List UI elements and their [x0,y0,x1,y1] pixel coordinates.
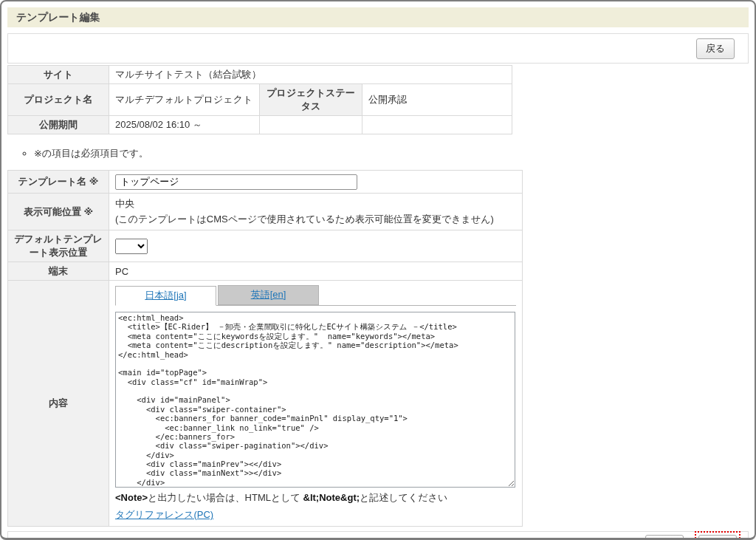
template-name-cell [109,171,523,194]
content-cell: 日本語[ja] 英語[en] <ec:html_head> <title>【EC… [109,281,523,527]
content-label: 内容 [8,281,109,527]
top-toolbar: 戻る [7,33,749,64]
device-row: 端末 PC [8,262,523,281]
project-info-table: サイト マルチサイトテスト（結合試験） プロジェクト名 マルチデフォルトプロジェ… [7,65,512,134]
empty-cell [362,116,512,134]
escape-note-tag: <Note> [115,492,148,503]
site-label-cell: サイト [8,66,109,84]
project-label-cell: プロジェクト名 [8,84,109,116]
template-edit-page: テンプレート編集 戻る サイト マルチサイトテスト（結合試験） プロジェクト名 … [0,0,756,540]
display-position-cell: 中央 (このテンプレートはCMSページで使用されているため表示可能位置を変更でき… [109,194,523,230]
empty-cell [260,116,362,134]
template-name-row: テンプレート名 ※ [8,171,523,194]
display-position-value: 中央 [115,197,516,211]
update-highlight-annotation: 更新 [695,531,740,540]
status-value-cell: 公開承認 [362,84,512,116]
template-code-textarea[interactable]: <ec:html_head> <title>【EC-Rider】 －卸売・企業間… [115,312,515,488]
status-label-cell: プロジェクトステータス [260,84,362,116]
site-value-cell: マルチサイトテスト（結合試験） [109,66,512,84]
update-button[interactable]: 更新 [698,535,737,540]
display-position-label: 表示可能位置 ※ [8,194,109,230]
template-form-table: テンプレート名 ※ 表示可能位置 ※ 中央 (このテンプレートはCMSページで使… [7,170,523,527]
escape-note-entity: &lt;Note&gt; [303,492,360,503]
tab-japanese[interactable]: 日本語[ja] [115,286,216,306]
back-button-top[interactable]: 戻る [696,38,735,59]
device-label: 端末 [8,262,109,281]
device-value: PC [109,262,523,281]
site-row: サイト マルチサイトテスト（結合試験） [8,66,512,84]
template-name-label: テンプレート名 ※ [8,171,109,194]
default-position-cell [109,230,523,262]
page-title: テンプレート編集 [7,7,749,27]
tag-reference-link[interactable]: タグリファレンス(PC) [115,508,213,522]
required-note: ※の項目は必須項目です。 [34,147,749,160]
template-name-input[interactable] [115,174,357,190]
bottom-toolbar: 戻る 更新 [7,531,749,540]
default-position-row: デフォルトテンプレート表示位置 [8,230,523,262]
tab-english-label[interactable]: 英語[en] [251,289,286,300]
content-row: 内容 日本語[ja] 英語[en] <ec:html_head> <title>… [8,281,523,527]
period-row: 公開期間 2025/08/02 16:10 ～ [8,116,512,134]
project-value-cell: マルチデフォルトプロジェクト [109,84,260,116]
display-position-note: (このテンプレートはCMSページで使用されているため表示可能位置を変更できません… [115,213,516,226]
default-position-select[interactable] [115,239,148,254]
project-row: プロジェクト名 マルチデフォルトプロジェクト プロジェクトステータス 公開承認 [8,84,512,116]
language-tabs: 日本語[ja] 英語[en] [115,285,516,306]
default-position-label: デフォルトテンプレート表示位置 [8,230,109,262]
tab-japanese-label[interactable]: 日本語[ja] [145,290,186,301]
escape-note: <Note>と出力したい場合は、HTMLとして &lt;Note&gt;と記述し… [115,491,516,505]
back-button-bottom[interactable]: 戻る [645,535,684,540]
required-note-list: ※の項目は必須項目です。 [7,147,749,160]
period-label-cell: 公開期間 [8,116,109,134]
period-value-cell: 2025/08/02 16:10 ～ [109,116,260,134]
tab-english[interactable]: 英語[en] [218,285,319,305]
display-position-row: 表示可能位置 ※ 中央 (このテンプレートはCMSページで使用されているため表示… [8,194,523,230]
